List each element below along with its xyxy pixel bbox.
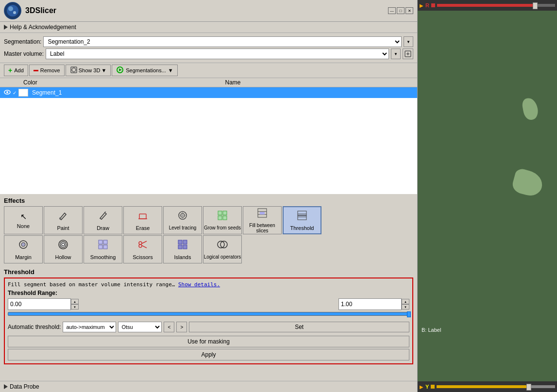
show-details-link[interactable]: Show details. [178,281,220,288]
max-spin-up[interactable]: ▲ [402,299,409,304]
show3d-button[interactable]: Show 3D ▼ [66,65,111,76]
segmentations-button[interactable]: Segmentations... ▼ [112,65,177,76]
form-section: Segmentation: Segmentation_2 ▼ Master vo… [0,33,417,63]
viewer-y-yellow-bar [431,385,435,389]
next-threshold-button[interactable]: > [176,322,187,332]
effect-none-button[interactable]: ↖ None [4,206,43,234]
effect-erase-button[interactable]: Erase [123,206,162,234]
svg-point-42 [139,242,142,245]
threshold-slider[interactable] [8,312,409,320]
level-tracing-icon [177,210,188,223]
effect-fill-between-slices-button[interactable]: Fill between slices [243,206,282,234]
segmentations-dropdown-icon: ▼ [168,67,173,73]
use-for-masking-button[interactable]: Use for masking [8,336,409,347]
auto-method-select[interactable]: auto->maximum [63,322,116,332]
viewer-y-pin-icon: ▶ [420,384,423,390]
plus-icon: + [8,66,12,74]
effect-threshold-button[interactable]: Threshold [283,206,321,234]
effect-paint-button[interactable]: Paint [44,206,83,234]
data-probe-label: Data Probe [10,383,39,390]
viewer-top-bar: ▶ R [418,0,557,11]
svg-rect-21 [218,211,222,215]
row-visibility-icon[interactable] [4,89,11,96]
svg-rect-41 [103,245,107,249]
viewer-r-slider[interactable] [437,4,555,7]
min-value-group: ▲ ▼ [8,298,79,310]
slider-handle[interactable] [407,311,411,317]
minimize-button[interactable]: — [388,7,396,14]
effects-grid: ↖ None Paint Draw [4,206,413,234]
viewer-r-slider-thumb[interactable] [533,2,538,9]
anatomy-shape-1 [521,97,539,121]
effects-grid-row2: Margin Hollow Smoothing Sc [4,235,413,263]
segmentation-dropdown-btn[interactable]: ▼ [404,36,413,47]
close-button[interactable]: ✕ [405,7,413,14]
svg-rect-15 [139,214,146,219]
color-column-header: Color [23,79,52,86]
hollow-icon [58,239,68,252]
range-inputs: ▲ ▼ ▲ ▼ [8,298,409,310]
effect-level-tracing-button[interactable]: Level tracing [163,206,202,234]
svg-point-1 [7,5,18,16]
set-button[interactable]: Set [189,322,409,332]
window-controls: — □ ✕ [388,7,413,14]
viewer-bottom-bar: ▶ Y [418,381,557,392]
master-volume-dropdown-btn[interactable]: ▼ [391,49,401,59]
svg-rect-38 [99,240,102,244]
apply-button[interactable]: Apply [8,349,409,360]
effects-title: Effects [4,196,413,205]
help-label: Help & Acknowledgement [10,24,76,31]
auto-threshold-row: Automatic threshold: auto->maximum Otsu … [8,322,409,332]
max-value-group: ▲ ▼ [338,298,409,310]
min-spin-up[interactable]: ▲ [71,299,79,304]
remove-button[interactable]: Remove [29,65,65,76]
effect-draw-button[interactable]: Draw [84,206,122,234]
effect-scissors-button[interactable]: Scissors [123,235,162,263]
app-title: 3DSlicer [25,6,56,15]
maximize-button[interactable]: □ [397,7,405,14]
effect-hollow-button[interactable]: Hollow [44,235,83,263]
table-header: Color Name [0,78,417,87]
row-select-icon: ✓ [13,90,17,96]
min-spin-buttons: ▲ ▼ [71,299,79,310]
svg-rect-22 [223,211,227,215]
title-bar: 3DSlicer — □ ✕ [0,0,417,22]
svg-rect-40 [99,245,102,249]
effect-margin-button[interactable]: Margin [4,235,43,263]
min-spin-down[interactable]: ▼ [71,304,79,310]
viewer-panel: ▶ R B: Label ▶ Y [418,0,557,392]
table-row[interactable]: ✓ Segment_1 [0,87,417,98]
max-spin-down[interactable]: ▼ [402,304,409,310]
help-bar[interactable]: Help & Acknowledgement [0,22,417,33]
max-value-input[interactable] [338,298,402,310]
data-probe-collapse-icon [4,384,8,389]
svg-point-12 [6,91,8,93]
effect-grow-from-seeds-button[interactable]: Grow from seeds [203,206,242,234]
master-volume-icon-btn[interactable] [403,49,413,59]
min-value-input[interactable] [8,298,71,310]
anatomy-shape-2 [511,167,545,198]
prev-threshold-button[interactable]: < [164,322,174,332]
viewer-content: B: Label [418,11,557,381]
svg-line-44 [142,241,147,244]
viewer-y-slider-thumb[interactable] [526,384,531,391]
data-probe-bar: Data Probe [0,381,417,392]
segment-name: Segment_1 [32,89,62,96]
segmentation-select[interactable]: Segmentation_2 [43,36,402,47]
effect-smoothing-button[interactable]: Smoothing [84,235,122,263]
add-button[interactable]: + Add [4,65,28,76]
master-volume-row: Master volume: Label ▼ [4,49,413,59]
slider-track [8,312,409,316]
viewer-y-slider[interactable] [437,385,555,388]
master-volume-select[interactable]: Label [46,49,389,59]
segments-table: ✓ Segment_1 [0,87,417,194]
segment-color-swatch[interactable] [18,89,28,97]
threshold-description: Fill segment based on master volume inte… [8,281,409,288]
otsu-select[interactable]: Otsu [118,322,162,332]
toolbar-row: + Add Remove Show 3D ▼ Segmentations... … [0,63,417,78]
effect-logical-operators-button[interactable]: Logical operators [203,235,242,263]
minus-icon [34,70,38,71]
effect-islands-button[interactable]: Islands [163,235,202,263]
svg-point-3 [13,11,16,14]
name-column-header: Name [52,79,413,86]
